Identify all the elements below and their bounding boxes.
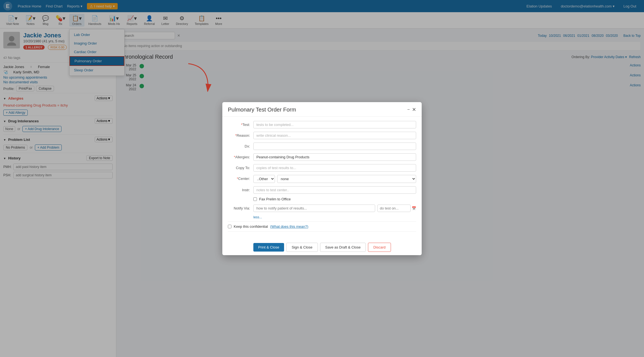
center-select[interactable]: ..Other: [253, 175, 275, 183]
copy-to-row: Copy To:: [228, 164, 416, 172]
fax-checkbox[interactable]: [253, 197, 257, 201]
allergies-field-input[interactable]: [253, 153, 416, 161]
modal-minimize-button[interactable]: −: [407, 107, 410, 112]
center-label: *Center:: [228, 175, 250, 181]
modal-footer: Print & Close Sign & Close Save as Draft…: [222, 239, 422, 255]
pulmonary-order-modal: Pulmonary Test Order Form − ✕ *Test: *Re…: [222, 102, 422, 255]
modal-overlay[interactable]: Pulmonary Test Order Form − ✕ *Test: *Re…: [0, 0, 644, 357]
fax-label: Fax Prelim to Office: [259, 197, 291, 201]
modal-controls: − ✕: [407, 107, 416, 113]
copy-to-input[interactable]: [253, 164, 416, 172]
confidential-checkbox[interactable]: [228, 225, 231, 228]
modal-header: Pulmonary Test Order Form − ✕: [222, 102, 422, 117]
fax-row: Fax Prelim to Office: [253, 197, 416, 201]
allergies-field-label: *Allergies:: [228, 153, 250, 159]
date-input[interactable]: [377, 205, 411, 212]
test-label: *Test:: [228, 121, 250, 127]
reason-row: *Reason:: [228, 132, 416, 139]
confidential-label: Keep this confidential: [234, 224, 268, 229]
dx-input[interactable]: [253, 143, 416, 150]
confidential-link[interactable]: (What does this mean?): [270, 224, 308, 229]
test-input[interactable]: [253, 121, 416, 128]
reason-label: *Reason:: [228, 132, 250, 138]
reason-input[interactable]: [253, 132, 416, 139]
notify-input[interactable]: [253, 205, 375, 212]
discard-button[interactable]: Discard: [368, 243, 391, 252]
print-close-button[interactable]: Print & Close: [253, 243, 284, 252]
modal-title: Pulmonary Test Order Form: [228, 107, 296, 113]
modal-body: *Test: *Reason: Dx: *Allergies: Copy To:: [222, 117, 422, 239]
center-select-2[interactable]: none: [277, 175, 416, 183]
instr-label: Instr:: [228, 186, 250, 192]
test-row: *Test:: [228, 121, 416, 128]
center-row: *Center: ..Other none: [228, 175, 416, 183]
less-link[interactable]: less...: [253, 215, 416, 219]
notify-row: Notify Via: 📅: [228, 205, 416, 212]
instr-row: Instr:: [228, 186, 416, 194]
dx-label: Dx:: [228, 143, 250, 148]
dx-row: Dx:: [228, 143, 416, 150]
copy-to-label: Copy To:: [228, 164, 250, 170]
sign-close-button[interactable]: Sign & Close: [286, 243, 318, 252]
allergies-row: *Allergies:: [228, 153, 416, 161]
confidential-row: Keep this confidential (What does this m…: [228, 221, 416, 232]
modal-close-button[interactable]: ✕: [412, 107, 416, 113]
notify-label: Notify Via:: [228, 205, 250, 210]
calendar-icon[interactable]: 📅: [412, 206, 416, 210]
instr-input[interactable]: [253, 186, 416, 194]
save-draft-button[interactable]: Save as Draft & Close: [320, 243, 366, 252]
